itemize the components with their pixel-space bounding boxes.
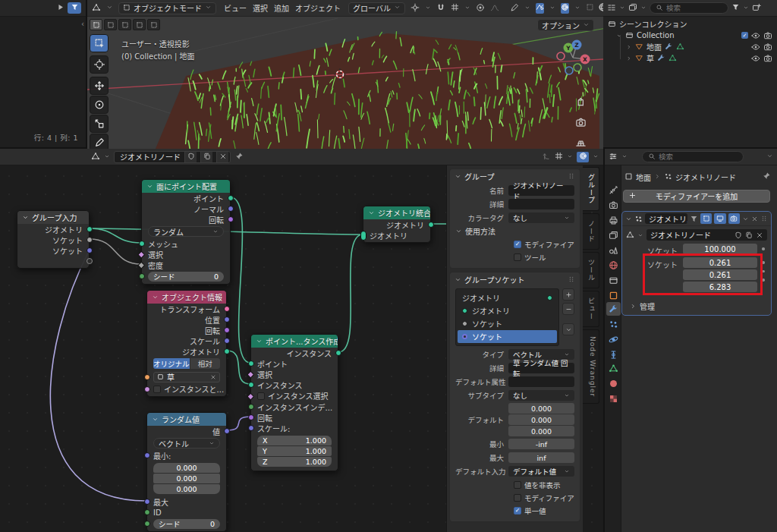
expand-icon[interactable] [626, 55, 632, 61]
properties-tab-constraints[interactable] [606, 348, 621, 361]
outliner-item-label[interactable]: Collection [637, 31, 674, 39]
tool-rotate[interactable] [90, 96, 109, 114]
properties-tab-modifiers[interactable] [606, 302, 621, 316]
input-attribute-dot[interactable] [762, 261, 765, 264]
collapse-region-icon[interactable]: ‹ [81, 20, 84, 28]
node-value-field[interactable]: X1.000 [257, 436, 332, 445]
filter-toggle-button[interactable] [68, 2, 81, 14]
editor-type-icon[interactable] [609, 152, 618, 162]
select-mode-0[interactable] [90, 19, 102, 30]
properties-tab-particles[interactable] [606, 317, 621, 331]
select-mode-3[interactable] [133, 19, 146, 30]
copy-icon[interactable] [745, 231, 753, 239]
editor-type-icon[interactable] [92, 3, 101, 14]
collapse-icon[interactable] [455, 276, 461, 283]
expand-icon[interactable] [616, 33, 622, 39]
outliner-search-input[interactable] [666, 4, 722, 12]
collapse-icon[interactable] [625, 216, 632, 222]
socket-list-item[interactable]: ソケット [456, 317, 558, 330]
node-dropdown[interactable]: ベクトル [153, 438, 220, 449]
socket-in[interactable] [139, 273, 145, 279]
modifier-wrench-icon[interactable] [657, 54, 665, 62]
drag-handle-icon[interactable] [568, 172, 575, 180]
eye-icon[interactable] [751, 31, 760, 40]
socket-out[interactable] [428, 222, 434, 228]
properties-search-input[interactable] [659, 153, 715, 161]
socket-in[interactable] [144, 386, 150, 392]
pin-icon[interactable] [234, 152, 244, 162]
node-header[interactable]: オブジェクト情報 [147, 291, 226, 304]
text-field[interactable] [508, 199, 574, 209]
outliner-filter-id-icon[interactable] [628, 3, 637, 14]
option-button[interactable]: オリジナル [153, 358, 190, 369]
group-sockets-panel-header[interactable]: グループソケット [450, 272, 580, 286]
socket-out[interactable] [87, 247, 93, 253]
drag-handle-icon[interactable] [760, 215, 768, 222]
socket-out[interactable] [224, 316, 230, 323]
properties-tab-output[interactable] [606, 213, 621, 227]
checkbox-row[interactable]: ツール [514, 251, 574, 263]
mode-selector[interactable]: オブジェクトモード [118, 2, 216, 14]
camera-view-icon[interactable] [575, 117, 587, 130]
socket-out[interactable] [228, 216, 234, 222]
node-value-field[interactable]: 0.000 [153, 484, 220, 494]
node-dropdown[interactable]: ランダム [148, 226, 224, 237]
properties-tab-tool[interactable] [606, 183, 621, 197]
socket-out[interactable] [224, 428, 230, 434]
chevron-down-icon[interactable] [464, 4, 470, 12]
menu-0[interactable]: ビュー [222, 2, 249, 14]
socket-in[interactable] [137, 251, 144, 258]
move-socket-button[interactable] [562, 323, 574, 335]
chevron-down-icon[interactable] [425, 4, 431, 12]
snap-target-icon[interactable] [451, 3, 459, 13]
node-value-field[interactable]: シード0 [148, 272, 224, 282]
socket-in[interactable] [248, 404, 254, 410]
outliner-row-object-grass[interactable]: 草 [603, 52, 777, 64]
properties-tab-collection[interactable] [606, 273, 621, 287]
num-field[interactable]: inf [508, 452, 574, 463]
unlink-node-tree-button[interactable] [216, 152, 228, 162]
text-field[interactable]: ジオメトリノード [508, 185, 574, 196]
modifier-wrench-icon[interactable] [665, 42, 673, 51]
pin-icon[interactable] [762, 172, 771, 182]
node-checkbox[interactable] [153, 386, 161, 393]
checkbox[interactable] [514, 481, 521, 489]
socket-in[interactable] [248, 414, 254, 420]
node-header[interactable]: ランダム値 [147, 413, 226, 426]
run-script-icon[interactable] [56, 3, 64, 13]
socket-list-item[interactable]: ジオメトリ [456, 291, 558, 304]
node-header[interactable]: ジオメトリ統合 [363, 206, 430, 219]
socket-out[interactable] [335, 350, 341, 356]
edit-mode-display-icon[interactable] [690, 215, 698, 223]
properties-tab-data[interactable] [606, 361, 621, 375]
tab-ノード[interactable]: ノード [583, 213, 599, 250]
checkbox[interactable]: ✓ [514, 241, 521, 248]
socket-list-item[interactable]: ジオメトリ [456, 304, 558, 317]
tool-select-box[interactable] [90, 34, 109, 52]
subpanel-使用方法[interactable]: 使用方法 [455, 225, 574, 237]
node-header[interactable]: 面にポイント配置 [142, 180, 230, 193]
manage-section[interactable]: 管理 [630, 301, 655, 312]
outliner-search[interactable] [650, 2, 728, 14]
orientation-selector[interactable]: グローバル [348, 2, 405, 14]
outliner-display-mode-icon[interactable] [607, 3, 616, 14]
chevron-down-icon[interactable] [743, 4, 749, 12]
socket-out[interactable] [224, 306, 230, 312]
xray-toggle[interactable] [536, 3, 544, 14]
socket-in[interactable] [137, 262, 144, 269]
collapse-icon[interactable] [368, 209, 375, 216]
socket-in[interactable] [248, 425, 254, 431]
drop-field[interactable]: なし [508, 390, 574, 401]
chevron-down-icon[interactable] [621, 153, 628, 161]
socket-in[interactable] [144, 509, 150, 515]
chevron-down-icon[interactable] [619, 4, 625, 12]
proportional-edit-icon[interactable] [476, 3, 485, 14]
menu-2[interactable]: 追加 [272, 2, 291, 14]
fake-user-button[interactable] [184, 152, 197, 162]
expand-icon[interactable] [626, 44, 632, 50]
tab-ビュー[interactable]: ビュー [583, 291, 599, 327]
close-icon[interactable] [756, 231, 763, 239]
options-dropdown[interactable]: オプション [537, 19, 594, 31]
drop-field[interactable]: なし [508, 212, 574, 223]
menu-1[interactable]: 選択 [250, 2, 270, 14]
